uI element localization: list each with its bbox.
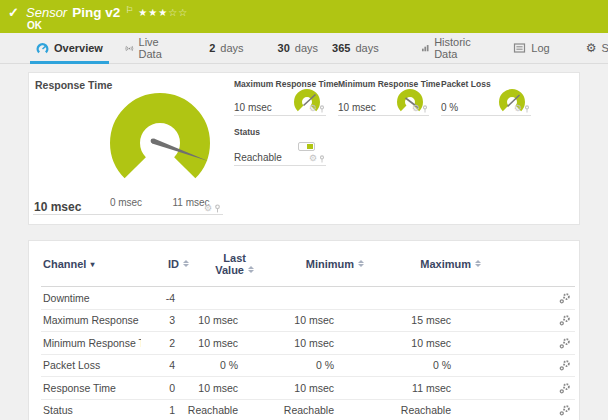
channel-id: 1 xyxy=(141,404,175,416)
minimum-value: 10 msec xyxy=(238,337,334,349)
sort-icon xyxy=(183,260,189,267)
channel-settings-icon[interactable] xyxy=(559,359,571,371)
packet-loss-panel: Packet Loss 0 % ⚙ xyxy=(441,79,531,116)
column-header-id[interactable]: ID xyxy=(155,258,189,270)
tab-label: Log xyxy=(531,42,549,54)
minimum-value: 10 msec xyxy=(238,382,334,394)
last-value: 10 msec xyxy=(175,337,238,349)
maximum-value: Reachable xyxy=(334,404,451,416)
last-value: 10 msec xyxy=(175,314,238,326)
column-header-last-value[interactable]: Last Value xyxy=(215,252,254,276)
column-label: Maximum xyxy=(420,258,471,270)
flag-icon[interactable]: ⚐ xyxy=(125,5,133,15)
channel-id: -4 xyxy=(141,292,175,304)
last-value: 10 msec xyxy=(175,382,238,394)
channel-name: Maximum Response Ti... xyxy=(41,314,141,326)
object-kind-label: Sensor xyxy=(26,5,67,20)
tab-historic-data[interactable]: Historic Data xyxy=(415,33,482,63)
channels-table-card: Channel ▾ ID Last Value Minimum Max xyxy=(28,240,580,420)
response-time-value: 10 msec xyxy=(34,200,81,214)
pin-icon[interactable] xyxy=(214,204,221,213)
pin-icon[interactable] xyxy=(524,105,530,113)
minimum-value: 10 msec xyxy=(238,314,334,326)
tab-365-days[interactable]: 365 days xyxy=(326,33,385,63)
channel-settings-icon[interactable] xyxy=(559,382,571,394)
channel-id: 4 xyxy=(141,359,175,371)
response-time-gauge-panel: Response Time 0 msec 11 msec 10 msec ⚙ xyxy=(29,73,229,226)
table-row-maximum-response-time: Maximum Response Ti... 3 10 msec 10 msec… xyxy=(41,310,575,333)
channel-id: 2 xyxy=(141,337,175,349)
gear-icon: ⚙ xyxy=(586,42,597,54)
chevron-down-icon: ▾ xyxy=(90,260,94,269)
tab-label: days xyxy=(355,42,378,54)
maximum-value: 15 msec xyxy=(334,314,451,326)
column-label: Value xyxy=(215,264,244,276)
pin-icon[interactable] xyxy=(422,105,428,113)
tab-label: Historic Data xyxy=(434,36,475,60)
gauge-title: Packet Loss xyxy=(441,79,491,89)
column-label: Channel xyxy=(43,258,86,270)
channel-id: 3 xyxy=(141,314,175,326)
column-header-maximum[interactable]: Maximum xyxy=(364,258,481,270)
channel-name: Minimum Response Time xyxy=(41,337,141,349)
priority-stars[interactable]: ★★★☆☆ xyxy=(138,7,188,18)
sensor-status-text: OK xyxy=(27,20,42,31)
live-data-icon xyxy=(125,42,134,55)
column-header-channel[interactable]: Channel ▾ xyxy=(41,258,141,270)
pin-icon[interactable] xyxy=(319,105,325,113)
sensor-status-banner: ✓ Sensor Ping v2 ⚐ ★★★☆☆ OK xyxy=(0,0,608,33)
channel-name: Packet Loss xyxy=(41,359,141,371)
last-value: 0 % xyxy=(175,359,238,371)
pin-icon[interactable] xyxy=(319,155,325,163)
table-row-response-time: Response Time 0 10 msec 10 msec 11 msec xyxy=(41,377,575,400)
sensor-title[interactable]: Ping v2 xyxy=(72,5,120,20)
bar-chart-icon xyxy=(421,42,430,54)
tab-label: Overview xyxy=(54,42,103,54)
sort-icon xyxy=(475,260,481,267)
log-icon xyxy=(513,42,526,54)
maximum-value: 0 % xyxy=(334,359,451,371)
gauge-settings-icon[interactable]: ⚙ xyxy=(309,154,317,163)
tab-overview[interactable]: Overview xyxy=(30,33,109,63)
table-row-packet-loss: Packet Loss 4 0 % 0 % 0 % xyxy=(41,355,575,378)
tab-number: 30 xyxy=(278,42,290,54)
last-value: Reachable xyxy=(175,404,238,416)
tab-settings[interactable]: ⚙ Settings xyxy=(580,33,608,63)
tab-live-data[interactable]: Live Data xyxy=(119,33,173,63)
tab-2-days[interactable]: 2 days xyxy=(203,33,249,63)
gauge-title: Status xyxy=(234,127,260,137)
channel-id: 0 xyxy=(141,382,175,394)
ok-check-icon: ✓ xyxy=(8,5,19,20)
prtg-sensor-page: ✓ Sensor Ping v2 ⚐ ★★★☆☆ OK Overview xyxy=(0,0,608,420)
channel-name: Status xyxy=(41,404,141,416)
packet-loss-value: 0 % xyxy=(441,102,458,113)
stars-empty: ☆☆ xyxy=(168,7,188,18)
gauge-settings-icon[interactable]: ⚙ xyxy=(412,104,420,113)
table-row-downtime: Downtime -4 xyxy=(41,287,575,310)
status-value: Reachable xyxy=(234,152,282,163)
tab-30-days[interactable]: 30 days xyxy=(272,33,325,63)
tab-log[interactable]: Log xyxy=(507,33,555,63)
gauge-settings-icon[interactable]: ⚙ xyxy=(514,104,522,113)
minimum-response-time-value: 10 msec xyxy=(338,102,376,113)
table-row-minimum-response-time: Minimum Response Time 2 10 msec 10 msec … xyxy=(41,332,575,355)
channel-settings-icon[interactable] xyxy=(559,404,571,416)
table-row-status: Status 1 Reachable Reachable Reachable xyxy=(41,400,575,420)
status-indicator xyxy=(298,142,315,151)
channel-settings-icon[interactable] xyxy=(559,292,571,304)
maximum-response-time-panel: Maximum Response Time 10 msec ⚙ xyxy=(234,79,326,116)
column-label: Last xyxy=(223,252,246,264)
stars-filled: ★★★ xyxy=(138,7,168,18)
tab-label: Settings xyxy=(601,42,608,54)
column-header-minimum[interactable]: Minimum xyxy=(268,258,364,270)
sort-icon xyxy=(248,266,254,273)
divider xyxy=(33,214,223,215)
minimum-value: 0 % xyxy=(238,359,334,371)
gauge-settings-icon[interactable]: ⚙ xyxy=(309,104,317,113)
channel-settings-icon[interactable] xyxy=(559,314,571,326)
gauge-settings-icon[interactable]: ⚙ xyxy=(204,204,212,213)
response-time-gauge xyxy=(90,88,230,198)
tab-label: Live Data xyxy=(139,36,168,60)
tab-number: 365 xyxy=(332,42,350,54)
channel-settings-icon[interactable] xyxy=(559,337,571,349)
